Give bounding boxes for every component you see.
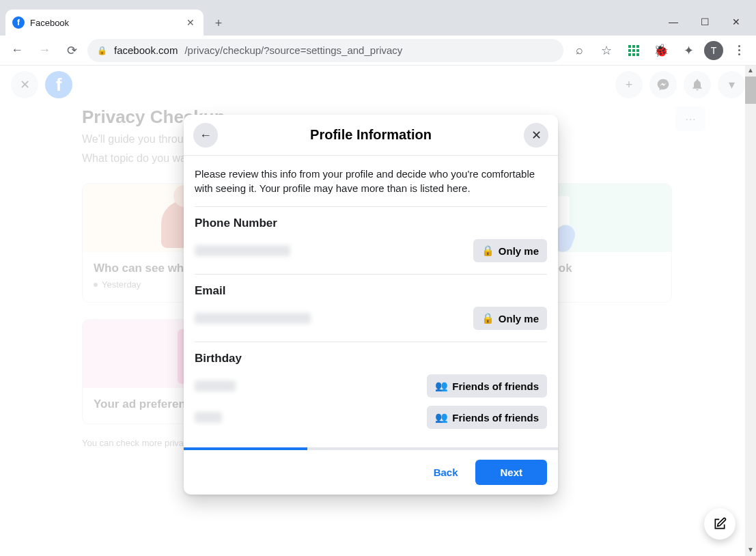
lock-icon: 🔒 bbox=[481, 245, 494, 257]
birthday-date-audience-button[interactable]: 👥Friends of friends bbox=[427, 374, 547, 398]
birthday-year-redacted bbox=[195, 412, 222, 423]
modal-close-icon[interactable]: ✕ bbox=[524, 123, 548, 148]
friends-icon: 👥 bbox=[435, 380, 448, 392]
url-path: /privacy/checkup/?source=settings_and_pr… bbox=[184, 44, 402, 56]
window-controls: — ☐ ✕ bbox=[658, 8, 756, 36]
birthday-label: Birthday bbox=[195, 352, 547, 365]
phone-label: Phone Number bbox=[195, 217, 547, 230]
titlebar: f Facebook ✕ + — ☐ ✕ bbox=[0, 0, 756, 36]
friends-icon: 👥 bbox=[435, 411, 448, 423]
url-host: facebook.com bbox=[114, 44, 178, 56]
browser-tab[interactable]: f Facebook ✕ bbox=[5, 10, 204, 36]
address-bar[interactable]: 🔒 facebook.com/privacy/checkup/?source=s… bbox=[87, 39, 563, 62]
bug-icon[interactable]: 🐞 bbox=[649, 39, 673, 62]
section-phone: Phone Number 🔒Only me bbox=[195, 206, 547, 274]
birthday-year-audience-button[interactable]: 👥Friends of friends bbox=[427, 406, 547, 429]
lock-icon: 🔒 bbox=[97, 46, 107, 55]
phone-audience-button[interactable]: 🔒Only me bbox=[473, 239, 547, 262]
email-label: Email bbox=[195, 284, 547, 298]
vertical-scrollbar[interactable]: ▲ ▼ bbox=[745, 66, 756, 556]
close-tab-icon[interactable]: ✕ bbox=[184, 17, 197, 28]
facebook-favicon: f bbox=[12, 16, 25, 29]
lock-icon: 🔒 bbox=[481, 312, 494, 324]
browser-toolbar: ← → ⟳ 🔒 facebook.com/privacy/checkup/?so… bbox=[0, 36, 756, 66]
maximize-button[interactable]: ☐ bbox=[689, 11, 720, 33]
modal-title: Profile Information bbox=[310, 127, 432, 143]
modal-description: Please review this info from your profil… bbox=[195, 167, 547, 195]
profile-information-modal: ← Profile Information ✕ Please review th… bbox=[184, 115, 558, 495]
browser-menu-button[interactable] bbox=[727, 39, 751, 62]
tab-title: Facebook bbox=[30, 18, 179, 28]
section-email: Email 🔒Only me bbox=[195, 274, 547, 342]
edit-fab[interactable] bbox=[704, 508, 736, 540]
email-value-redacted bbox=[195, 313, 311, 324]
extensions-icon[interactable]: ✦ bbox=[677, 39, 700, 62]
phone-value-redacted bbox=[195, 245, 290, 256]
minimize-button[interactable]: — bbox=[658, 11, 689, 33]
back-button[interactable]: ← bbox=[5, 39, 29, 62]
birthday-date-redacted bbox=[195, 380, 236, 391]
modal-back-icon[interactable]: ← bbox=[193, 123, 218, 148]
profile-avatar[interactable]: T bbox=[704, 41, 723, 60]
modal-header: ← Profile Information ✕ bbox=[184, 115, 558, 156]
scroll-up-arrow[interactable]: ▲ bbox=[745, 66, 756, 77]
scrollbar-thumb[interactable] bbox=[745, 77, 756, 104]
new-tab-button[interactable]: + bbox=[209, 14, 228, 33]
section-birthday: Birthday 👥Friends of friends 👥Friends of… bbox=[195, 342, 547, 441]
extension-grid-icon[interactable] bbox=[622, 39, 645, 62]
close-window-button[interactable]: ✕ bbox=[720, 11, 752, 33]
scroll-down-arrow[interactable]: ▼ bbox=[745, 545, 756, 556]
email-audience-button[interactable]: 🔒Only me bbox=[473, 307, 547, 330]
reload-button[interactable]: ⟳ bbox=[60, 39, 83, 62]
bookmark-icon[interactable]: ☆ bbox=[595, 39, 618, 62]
page-content: ✕ f + ▾ Privacy Checkup ⋯ We'll guide yo… bbox=[0, 66, 756, 556]
modal-footer: Back Next bbox=[184, 450, 558, 495]
next-button[interactable]: Next bbox=[475, 460, 547, 485]
zoom-icon[interactable]: ⌕ bbox=[568, 39, 591, 62]
browser-tabs: f Facebook ✕ + bbox=[0, 0, 228, 36]
back-button[interactable]: Back bbox=[423, 460, 469, 485]
forward-button[interactable]: → bbox=[33, 39, 56, 62]
